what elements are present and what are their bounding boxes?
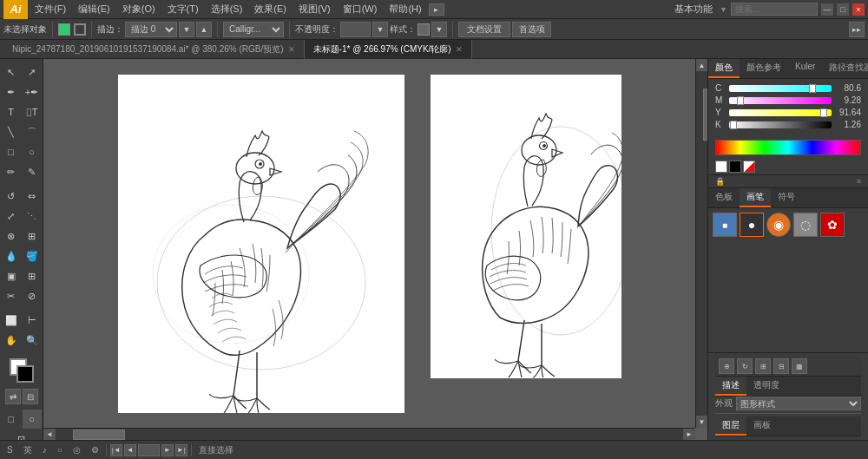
scroll-up-btn[interactable]: ▲ xyxy=(696,59,708,71)
menu-window[interactable]: 窗口(W) xyxy=(338,1,383,17)
tab-2[interactable]: 未标题-1* @ 266.97% (CMYK/轮廓) ✕ xyxy=(305,40,472,59)
menu-view[interactable]: 视图(V) xyxy=(293,1,336,17)
props-icon-1[interactable]: ⊕ xyxy=(719,358,734,374)
menu-type[interactable]: 文字(T) xyxy=(162,1,204,17)
y-slider-thumb[interactable] xyxy=(820,108,827,117)
background-color[interactable] xyxy=(16,365,34,383)
direct-select-tool[interactable]: ↗ xyxy=(23,62,42,82)
area-type-tool[interactable]: ⌷T xyxy=(23,102,42,121)
k-slider-thumb[interactable] xyxy=(730,121,737,129)
page-prev-btn[interactable]: ◄ xyxy=(124,444,136,456)
brush-swatch-5[interactable]: ✿ xyxy=(820,213,845,237)
menu-help[interactable]: 帮助(H) xyxy=(384,1,426,17)
v-scroll-thumb[interactable] xyxy=(703,89,708,141)
brush-swatch-1[interactable]: ■ xyxy=(713,213,737,237)
tab-appearance[interactable]: 描述 xyxy=(715,377,746,396)
menu-edit[interactable]: 编辑(E) xyxy=(73,1,115,17)
eraser-tool[interactable]: ⊘ xyxy=(23,286,42,305)
color-spectrum[interactable] xyxy=(715,140,861,155)
shear-tool[interactable]: ⋱ xyxy=(23,207,42,226)
swap-colors-btn[interactable]: ⇄ xyxy=(5,389,21,404)
slice-tool[interactable]: ⊢ xyxy=(23,311,42,330)
screen-mode-btn[interactable]: ⊡ xyxy=(12,429,31,440)
h-scroll-thumb[interactable] xyxy=(73,429,125,440)
tab-color-guide[interactable]: 颜色参考 xyxy=(740,59,788,78)
brush-swatch-4[interactable]: ◌ xyxy=(793,213,818,237)
ellipse-tool[interactable]: ○ xyxy=(23,142,42,161)
mesh-tool[interactable]: ⊞ xyxy=(23,266,42,285)
stroke-color-swatch[interactable] xyxy=(74,23,86,36)
blend-tool[interactable]: ⊗ xyxy=(2,226,21,246)
scroll-left-btn[interactable]: ◄ xyxy=(43,429,56,441)
tab-pathfinder[interactable]: 路径查找器 xyxy=(822,59,868,78)
lock-icon[interactable]: 🔒 xyxy=(715,177,725,186)
tab-graphic-styles[interactable]: 透明度 xyxy=(746,377,786,396)
stroke-up-btn[interactable]: ▲ xyxy=(196,22,212,37)
m-slider-thumb[interactable] xyxy=(737,96,744,105)
menu-file[interactable]: 文件(F) xyxy=(30,1,71,17)
props-icon-5[interactable]: ▦ xyxy=(792,358,807,374)
page-number-input[interactable]: 1 xyxy=(138,444,160,456)
graph-tool[interactable]: ⊞ xyxy=(23,226,42,246)
page-last-btn[interactable]: ►| xyxy=(175,444,187,456)
props-icon-2[interactable]: ↻ xyxy=(737,358,753,374)
zoom-tool[interactable]: 🔍 xyxy=(23,331,42,350)
k-slider-track[interactable] xyxy=(729,121,832,128)
stroke-down-btn[interactable]: ▼ xyxy=(179,22,194,37)
window-minimize-button[interactable]: — xyxy=(821,3,833,16)
scale-tool[interactable]: ⤢ xyxy=(2,207,21,226)
reflect-tool[interactable]: ⇔ xyxy=(23,187,42,206)
scroll-down-btn[interactable]: ▼ xyxy=(696,416,708,428)
panel-options-btn[interactable]: ≡ xyxy=(857,177,861,186)
menu-search-input[interactable] xyxy=(731,3,818,16)
brush-tool[interactable]: ✏ xyxy=(2,162,21,181)
gradient-tool[interactable]: ▣ xyxy=(2,266,21,285)
extras-btn[interactable]: ▸ xyxy=(429,3,444,16)
mask-mode-btn[interactable]: ○ xyxy=(23,410,42,429)
status-gear-icon[interactable]: ⚙ xyxy=(88,445,102,455)
describe-select[interactable]: 图形样式 xyxy=(736,397,861,410)
line-tool[interactable]: ╲ xyxy=(2,122,21,141)
default-colors-btn[interactable]: ⊟ xyxy=(23,389,38,404)
tab-2-close[interactable]: ✕ xyxy=(456,45,463,54)
brush-swatch-3[interactable]: ◉ xyxy=(766,213,791,237)
arc-tool[interactable]: ⌒ xyxy=(23,122,42,141)
canvas-area[interactable]: ▲ ▼ ◄ ► xyxy=(43,59,707,440)
stroke-select[interactable]: 描边 0 xyxy=(125,22,177,37)
style-dropdown-btn[interactable]: ▼ xyxy=(431,22,447,37)
swatch-white[interactable] xyxy=(715,161,727,173)
first-select-btn[interactable]: 首选项 xyxy=(512,22,551,37)
mode-dropdown-icon[interactable]: ▼ xyxy=(720,5,727,14)
tab-kuler[interactable]: Kuler xyxy=(788,59,822,78)
window-maximize-button[interactable]: □ xyxy=(837,3,849,16)
rect-tool[interactable]: □ xyxy=(2,142,21,161)
tab-brushes[interactable]: 画笔 xyxy=(740,188,771,207)
swatch-black[interactable] xyxy=(729,161,741,173)
eyedropper-tool[interactable]: 💧 xyxy=(2,246,21,266)
tab-symbols[interactable]: 符号 xyxy=(771,188,802,207)
pen-tool[interactable]: ✒ xyxy=(2,82,21,102)
artboard-tool[interactable]: ⬜ xyxy=(2,311,21,330)
tab-artboards[interactable]: 画板 xyxy=(746,416,778,436)
tab-1[interactable]: Nipic_24787180_20190610191537190084.ai* … xyxy=(3,40,305,59)
pencil-tool[interactable]: ✎ xyxy=(23,162,42,181)
brush-select[interactable]: Calligr... xyxy=(223,22,284,37)
normal-mode-btn[interactable]: □ xyxy=(2,410,21,429)
y-slider-track[interactable] xyxy=(729,109,832,116)
tab-layers[interactable]: 图层 xyxy=(715,416,746,436)
menu-effect[interactable]: 效果(E) xyxy=(249,1,292,17)
c-slider-track[interactable] xyxy=(729,85,832,92)
type-tool[interactable]: T xyxy=(2,102,21,121)
menu-select[interactable]: 选择(S) xyxy=(206,1,248,17)
doc-settings-btn[interactable]: 文档设置 xyxy=(458,22,510,37)
page-next-btn[interactable]: ► xyxy=(161,444,174,456)
tab-1-close[interactable]: ✕ xyxy=(288,45,295,54)
window-close-button[interactable]: × xyxy=(852,3,865,16)
scissors-tool[interactable]: ✂ xyxy=(2,286,21,305)
hand-tool[interactable]: ✋ xyxy=(2,331,21,350)
brush-swatch-2[interactable]: ● xyxy=(740,213,764,237)
props-icon-3[interactable]: ⊞ xyxy=(755,358,771,374)
opacity-dropdown-btn[interactable]: ▼ xyxy=(372,22,388,37)
opacity-input[interactable]: 100% xyxy=(340,22,371,37)
add-anchor-tool[interactable]: +✒ xyxy=(23,82,42,102)
